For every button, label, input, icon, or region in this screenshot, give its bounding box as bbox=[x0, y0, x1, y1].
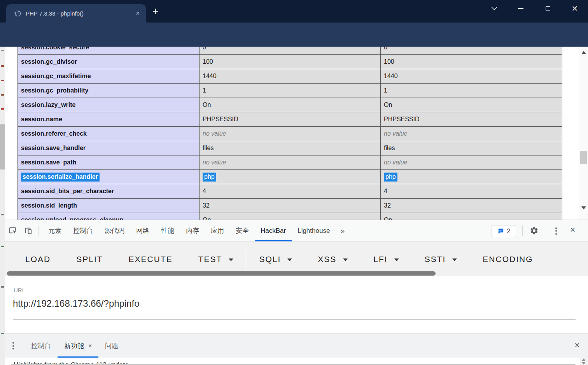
directive-name-cell: session.name bbox=[18, 112, 200, 127]
window-close-button[interactable]: ✕ bbox=[566, 0, 584, 17]
hackbar-menu-button[interactable]: XSS bbox=[318, 255, 348, 264]
table-row[interactable]: session.save_handler files files bbox=[18, 141, 562, 155]
devtools-tab[interactable]: Lighthouse bbox=[292, 220, 336, 241]
new-tab-button[interactable]: + bbox=[152, 4, 159, 19]
hackbar-menu-button[interactable]: SSTI bbox=[425, 255, 457, 264]
devtools-tab[interactable]: 网络 bbox=[130, 220, 155, 241]
titlebar: PHP 7.3.33 - phpinfo() × + ✕ bbox=[0, 0, 588, 23]
master-value-cell: PHPSESSID bbox=[381, 112, 562, 127]
master-value-cell: files bbox=[381, 141, 562, 155]
master-value-cell: php bbox=[381, 170, 562, 184]
globe-favicon-icon bbox=[14, 10, 21, 17]
devtools-tab[interactable]: HackBar bbox=[255, 220, 292, 241]
table-row[interactable]: session.sid_bits_per_character 4 4 bbox=[18, 184, 562, 199]
drawer-scrollbar[interactable] bbox=[580, 358, 588, 365]
drawer-tab[interactable]: 问题 bbox=[98, 334, 125, 358]
url-field-label: URL bbox=[14, 287, 25, 293]
hackbar-menu-button[interactable]: SQLI bbox=[259, 255, 292, 264]
local-value-cell: 100 bbox=[200, 55, 381, 69]
directive-name-cell: session.gc_maxlifetime bbox=[18, 69, 200, 84]
hackbar-menu-button[interactable]: LFI bbox=[373, 255, 399, 264]
table-row[interactable]: session.sid_length 32 32 bbox=[18, 199, 562, 213]
local-value-cell: On bbox=[200, 98, 381, 112]
local-value-cell: On bbox=[200, 213, 381, 220]
master-value-cell: On bbox=[381, 213, 562, 220]
directive-name-cell: session.save_handler bbox=[18, 141, 200, 155]
scroll-up-icon[interactable] bbox=[581, 51, 586, 54]
table-row[interactable]: session.referer_check no value no value bbox=[18, 127, 562, 141]
master-value-cell: no value bbox=[381, 127, 562, 141]
directive-name-cell: session.serialize_handler bbox=[18, 170, 200, 184]
local-value-cell: files bbox=[200, 141, 381, 155]
table-row[interactable]: session.serialize_handler php php bbox=[18, 170, 562, 184]
table-row[interactable]: session.gc_probability 1 1 bbox=[18, 84, 562, 98]
directive-name-cell: session.referer_check bbox=[18, 127, 200, 141]
scrollbar-thumb[interactable] bbox=[580, 151, 587, 164]
local-value-cell: 1 bbox=[200, 84, 381, 98]
background-window-sliver bbox=[0, 47, 5, 365]
devtools-tab[interactable]: 应用 bbox=[205, 220, 230, 241]
device-toolbar-icon[interactable] bbox=[22, 225, 34, 237]
table-row[interactable]: session.lazy_write On On bbox=[18, 98, 562, 112]
devtools-tab[interactable]: 性能 bbox=[155, 220, 180, 241]
drawer-close-icon[interactable]: × bbox=[575, 340, 580, 351]
drawer-tab-close-icon[interactable]: × bbox=[88, 342, 92, 349]
tab-search-icon[interactable] bbox=[485, 0, 503, 17]
local-value-cell: 4 bbox=[200, 184, 381, 199]
table-row[interactable]: session.upload_progress_cleanup On On bbox=[18, 213, 562, 220]
directive-name-cell: session.sid_length bbox=[18, 199, 200, 213]
maximize-button[interactable] bbox=[539, 0, 557, 17]
drawer-tabs: 控制台 新功能× 问题 bbox=[24, 334, 125, 358]
local-value-cell: no value bbox=[200, 127, 381, 141]
table-row[interactable]: session.name PHPSESSID PHPSESSID bbox=[18, 112, 562, 127]
directive-name-cell: session.gc_probability bbox=[18, 84, 200, 98]
devtools-tab[interactable]: 源代码 bbox=[99, 220, 130, 241]
drawer-tabbar: 控制台 新功能× 问题 × bbox=[0, 334, 588, 358]
inspect-element-icon[interactable] bbox=[6, 225, 19, 237]
scroll-down-icon[interactable] bbox=[582, 362, 586, 365]
local-value-cell: PHPSESSID bbox=[200, 112, 381, 127]
master-value-cell: 4 bbox=[381, 184, 562, 199]
table-row[interactable]: session.gc_maxlifetime 1440 1440 bbox=[18, 69, 562, 84]
directive-name-cell: session.sid_bits_per_character bbox=[18, 184, 200, 199]
directive-name-cell: session.cookie_secure bbox=[18, 47, 200, 55]
hackbar-menu-button[interactable]: EXECUTE bbox=[129, 255, 173, 264]
drawer-tab[interactable]: 新功能× bbox=[58, 334, 98, 358]
hackbar-menu-button[interactable]: LOAD bbox=[25, 255, 51, 264]
local-value-cell: 1440 bbox=[200, 69, 381, 84]
page-scrollbar[interactable] bbox=[579, 47, 588, 220]
table-row[interactable]: session.save_path no value no value bbox=[18, 155, 562, 170]
directive-name-cell: session.lazy_write bbox=[18, 98, 200, 112]
directive-name-cell: session.gc_divisor bbox=[18, 55, 200, 69]
browser-tab[interactable]: PHP 7.3.33 - phpinfo() × bbox=[6, 4, 146, 23]
master-value-cell: 1 bbox=[381, 84, 562, 98]
hackbar-menu-button[interactable]: SPLIT bbox=[76, 255, 103, 264]
hackbar-menu-button[interactable]: TEST bbox=[198, 255, 234, 264]
url-field-underline bbox=[13, 320, 576, 320]
devtools-tab[interactable]: 安全 bbox=[230, 220, 255, 241]
table-row[interactable]: session.cookie_secure 0 0 bbox=[18, 47, 562, 55]
minimize-button[interactable] bbox=[512, 0, 530, 17]
devtools-tab[interactable]: 元素 bbox=[42, 220, 67, 241]
devtools-tab[interactable]: 控制台 bbox=[67, 220, 99, 241]
devtools-close-icon[interactable]: × bbox=[570, 225, 575, 235]
devtools-tab[interactable]: 内存 bbox=[180, 220, 205, 241]
drawer-tab[interactable]: 控制台 bbox=[24, 334, 58, 358]
local-value-cell: 0 bbox=[200, 47, 381, 55]
settings-gear-icon[interactable] bbox=[530, 226, 539, 237]
horizontal-scrollbar-thumb[interactable] bbox=[7, 271, 436, 276]
phpinfo-session-table: session.cookie_secure 0 0 session.gc_div… bbox=[18, 47, 562, 220]
devtools-menu-kebab-icon[interactable] bbox=[554, 226, 558, 236]
scroll-down-icon[interactable] bbox=[581, 206, 586, 210]
scroll-up-icon[interactable] bbox=[582, 358, 586, 361]
issues-button[interactable]: 2 bbox=[492, 225, 516, 237]
url-field-value[interactable]: http://192.168.173.66/?phpinfo bbox=[13, 298, 140, 309]
devtools-tabbar: 元素 控制台 源代码 网络 性能 内存 应用 安全 HackBar bbox=[0, 220, 588, 242]
more-tabs-chevron-icon[interactable]: » bbox=[336, 227, 349, 235]
tab-close-icon[interactable]: × bbox=[136, 10, 140, 17]
table-row[interactable]: session.gc_divisor 100 100 bbox=[18, 55, 562, 69]
toolbar-divider bbox=[522, 225, 523, 236]
drawer-menu-kebab-icon[interactable] bbox=[10, 334, 16, 358]
hackbar-menu-button[interactable]: ENCODING bbox=[483, 255, 533, 264]
master-value-cell: no value bbox=[381, 155, 562, 170]
